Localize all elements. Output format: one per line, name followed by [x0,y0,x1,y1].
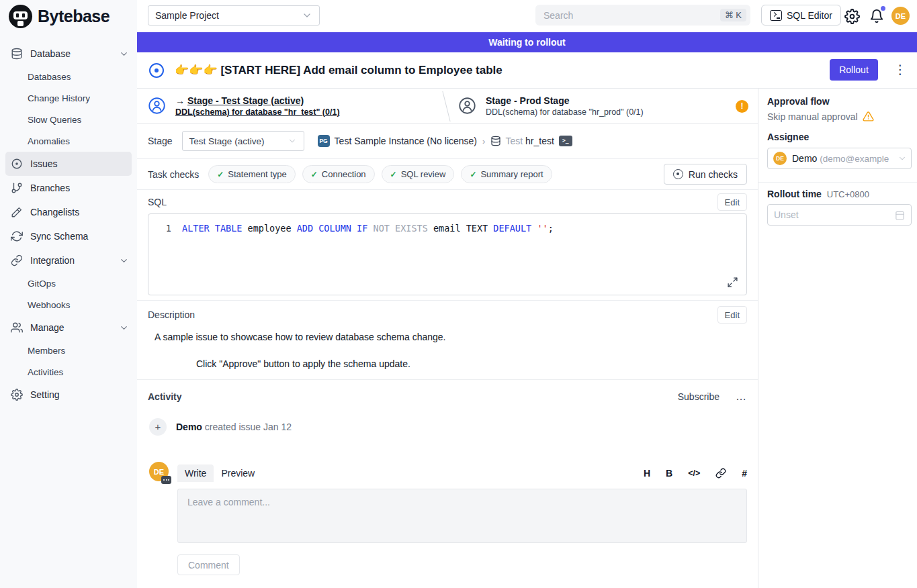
chat-bubble-icon [161,476,171,484]
sidebar-item-database[interactable]: Database [0,42,137,66]
sidebar-item-databases[interactable]: Databases [0,66,137,87]
sidebar-item-setting[interactable]: Setting [0,383,137,407]
sidebar-item-changelists[interactable]: Changelists [0,200,137,224]
sidebar-item-change-history[interactable]: Change History [0,87,137,109]
description-line-1: A sample issue to showcase how to review… [155,332,445,342]
left-sidebar: Database Databases Change History Slow Q… [0,32,137,588]
issue-menu-button[interactable]: ⋮ [891,57,910,83]
database-icon [490,136,501,146]
bytebase-logo-icon [9,5,32,28]
database-link[interactable]: hr_test [525,136,554,146]
description-section-header: Description Edit [148,306,747,324]
stage-select[interactable]: Test Stage (active) [182,131,304,151]
sidebar-label: Change History [28,93,90,103]
issue-title-row: 👉👉👉 [START HERE] Add email column to Emp… [137,52,917,88]
issue-status-icon [149,63,164,78]
code-icon[interactable]: </> [688,469,700,478]
current-stage-arrow: → [175,95,185,106]
hash-icon[interactable]: # [742,468,747,479]
bold-icon[interactable]: B [666,468,672,479]
chevron-down-icon [288,136,297,146]
comment-toolbar: H B </> # [644,464,747,482]
search-input[interactable] [543,10,720,21]
search-shortcut-badge: ⌘ K [720,9,746,21]
sql-code-block[interactable]: 1 ALTER TABLE employee ADD COLUMN IF NOT… [148,213,747,295]
sql-editor-button[interactable]: SQL Editor [761,5,841,26]
activity-menu-button[interactable]: … [736,391,747,403]
heading-icon[interactable]: H [644,468,650,479]
sidebar-item-gitops[interactable]: GitOps [0,273,137,294]
run-checks-button[interactable]: Run checks [664,164,747,185]
stage-test-subtitle[interactable]: DDL(schema) for database "hr_test" (0/1) [175,107,340,117]
instance-link[interactable]: Test Sample Instance (No license) [335,136,477,146]
description-edit-button[interactable]: Edit [717,306,747,324]
tab-preview[interactable]: Preview [214,464,262,482]
sql-code-line: 1 ALTER TABLE employee ADD COLUMN IF NOT… [148,214,746,234]
check-pill-statement-type[interactable]: ✓Statement type [208,165,296,183]
stage-select-row: Stage Test Stage (active) PG Test Sample… [137,124,758,159]
check-icon: ✓ [470,170,476,179]
notifications-button[interactable] [868,7,885,25]
subscribe-button[interactable]: Subscribe [678,391,719,402]
main-content: →Stage - Test Stage (active) DDL(schema)… [137,88,758,588]
chevron-down-icon [119,256,129,266]
chevron-down-icon [119,49,129,59]
sidebar-item-manage[interactable]: Manage [0,315,137,340]
comment-submit-button[interactable]: Comment [177,554,240,575]
sidebar-item-activities[interactable]: Activities [0,361,137,383]
description-line-2: Click "Approve" button to apply the sche… [196,358,410,369]
refresh-icon [11,230,23,242]
sidebar-item-issues[interactable]: Issues [5,152,132,176]
sidebar-item-webhooks[interactable]: Webhooks [0,294,137,315]
link-icon[interactable] [715,468,726,479]
rollout-time-input[interactable]: Unset [767,204,912,226]
check-pill-connection[interactable]: ✓Connection [302,165,375,183]
run-icon [673,169,683,179]
chevron-down-icon [898,154,907,163]
rollout-time-label: Rollout time [767,189,822,199]
stage-warning-badge: ! [736,100,748,113]
user-avatar[interactable]: DE [891,7,910,25]
sidebar-item-branches[interactable]: Branches [0,176,137,200]
comment-input[interactable] [177,489,747,543]
stage-test-title[interactable]: Stage - Test Stage (active) [187,95,304,106]
sidebar-item-integration[interactable]: Integration [0,248,137,273]
git-branch-icon [11,182,23,194]
sidebar-item-sync-schema[interactable]: Sync Schema [0,224,137,248]
gear-icon [11,389,23,401]
calendar-icon [895,210,905,220]
open-sql-editor-icon[interactable]: >_ [559,136,572,146]
settings-gear-button[interactable] [843,7,861,25]
stage-card-prod[interactable]: Stage - Prod Stage DDL(schema) for datab… [458,89,758,123]
sql-edit-button[interactable]: Edit [717,193,747,211]
sql-editor-label: SQL Editor [787,10,832,21]
sidebar-item-members[interactable]: Members [0,340,137,361]
bytebase-app: Bytebase Sample Project ⌘ K SQL Editor D… [0,0,917,588]
stage-card-test[interactable]: →Stage - Test Stage (active) DDL(schema)… [148,89,430,123]
expand-icon[interactable] [727,277,738,288]
comment-tabs: Write Preview [177,464,262,482]
stage-prod-title: Stage - Prod Stage [486,95,644,106]
check-icon: ✓ [390,170,397,179]
chevron-down-icon [302,10,312,21]
assignee-avatar: DE [773,152,787,165]
sidebar-label: Activities [28,367,63,377]
sidebar-label: Setting [30,389,129,400]
sidebar-item-slow-queries[interactable]: Slow Queries [0,109,137,130]
approval-flow-value: Skip manual approval [767,111,858,122]
tab-write[interactable]: Write [177,464,214,482]
postgresql-icon: PG [318,135,330,147]
check-pill-sql-review[interactable]: ✓SQL review [382,165,455,183]
approver-person-icon [458,97,476,115]
assignee-select[interactable]: DE Demo (demo@example [767,148,912,169]
check-pill-summary-report[interactable]: ✓Summary report [461,165,552,183]
sidebar-item-anomalies[interactable]: Anomalies [0,130,137,152]
issue-title-emoji: 👉👉👉 [175,64,218,77]
project-select[interactable]: Sample Project [148,5,320,26]
sidebar-label: Sync Schema [30,231,129,242]
sidebar-label: Anomalies [28,136,70,146]
rollout-button[interactable]: Rollout [830,59,878,81]
logo[interactable]: Bytebase [0,0,137,32]
sql-label: SQL [148,197,167,207]
search-box[interactable]: ⌘ K [535,5,750,26]
